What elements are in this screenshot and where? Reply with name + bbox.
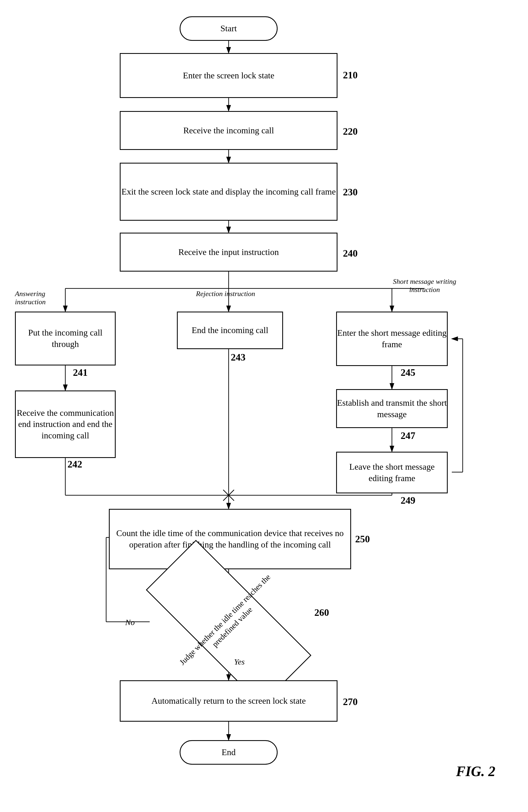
node-210: Enter the screen lock state xyxy=(120,53,338,98)
short-msg-label: Short message writing instruction xyxy=(386,278,463,294)
no-label: No xyxy=(125,618,135,627)
ref-230: 230 xyxy=(343,186,358,198)
ref-243: 243 xyxy=(231,351,245,363)
rejection-label: Rejection instruction xyxy=(196,290,255,298)
start-node: Start xyxy=(180,16,277,41)
node-241-label: Put the incoming call through xyxy=(16,327,115,350)
ref-240: 240 xyxy=(343,248,358,259)
ref-260: 260 xyxy=(314,607,329,618)
node-242: Receive the communication end instructio… xyxy=(15,391,116,458)
ref-247: 247 xyxy=(401,430,415,441)
node-250-label: Count the idle time of the communication… xyxy=(110,528,350,550)
node-247-label: Establish and transmit the short message xyxy=(337,397,447,420)
end-node: End xyxy=(180,740,277,765)
node-249: Leave the short message editing frame xyxy=(336,452,448,493)
figure-label: FIG. 2 xyxy=(456,763,495,779)
node-245: Enter the short message editing frame xyxy=(336,311,448,366)
node-220-label: Receive the incoming call xyxy=(183,125,274,136)
node-230: Exit the screen lock state and display t… xyxy=(120,163,338,221)
node-242-label: Receive the communication end instructio… xyxy=(16,407,115,441)
flowchart-diagram: Start Enter the screen lock state 210 Re… xyxy=(0,0,528,812)
answering-label: Answering instruction xyxy=(15,290,75,306)
ref-250: 250 xyxy=(355,533,370,545)
ref-210: 210 xyxy=(343,69,358,81)
ref-270: 270 xyxy=(343,696,358,708)
node-249-label: Leave the short message editing frame xyxy=(337,461,447,484)
node-240-label: Receive the input instruction xyxy=(179,247,279,258)
svg-line-19 xyxy=(223,490,234,501)
node-247: Establish and transmit the short message xyxy=(336,389,448,428)
svg-line-20 xyxy=(223,490,234,501)
ref-245: 245 xyxy=(401,367,415,378)
node-245-label: Enter the short message editing frame xyxy=(337,327,447,350)
node-243-label: End the incoming call xyxy=(191,325,268,336)
ref-241: 241 xyxy=(73,367,88,378)
node-210-label: Enter the screen lock state xyxy=(183,70,274,81)
node-220: Receive the incoming call xyxy=(120,111,338,150)
node-270: Automatically return to the screen lock … xyxy=(120,680,338,722)
node-230-label: Exit the screen lock state and display t… xyxy=(122,186,336,198)
ref-220: 220 xyxy=(343,126,358,137)
yes-label: Yes xyxy=(234,657,245,666)
node-270-label: Automatically return to the screen lock … xyxy=(152,695,306,707)
ref-242: 242 xyxy=(68,459,82,470)
node-243: End the incoming call xyxy=(177,311,283,349)
node-250: Count the idle time of the communication… xyxy=(109,509,351,569)
start-label: Start xyxy=(220,23,237,34)
node-260-container: Judge whether the idle time reaches the … xyxy=(147,587,310,658)
end-label: End xyxy=(222,747,236,758)
node-241: Put the incoming call through xyxy=(15,311,116,365)
ref-249: 249 xyxy=(401,495,415,506)
node-240: Receive the input instruction xyxy=(120,233,338,272)
